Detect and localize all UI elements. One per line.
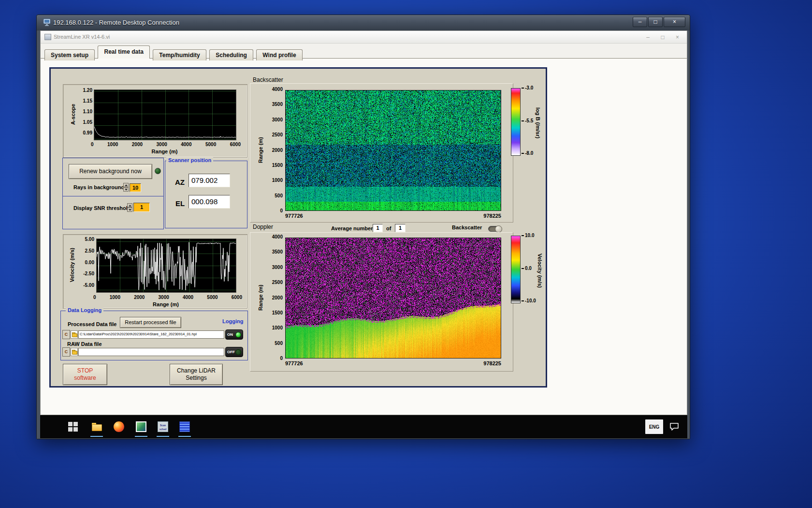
notification-chat-icon[interactable] <box>669 422 679 433</box>
tick-label: 1500 <box>272 163 283 168</box>
tick-label: 1.20 <box>83 88 92 93</box>
language-indicator[interactable]: ENG <box>645 419 663 434</box>
processed-drive-selector[interactable]: C <box>62 330 70 339</box>
backscatter-x-start: 977726 <box>285 213 303 219</box>
tick-label: 1000 <box>110 295 120 300</box>
tick-label: -2.50 <box>83 271 94 276</box>
app-title: StreamLine XR v14-6.vi <box>54 34 110 40</box>
start-icon[interactable] <box>68 421 79 432</box>
average-of-label: of <box>386 225 391 231</box>
tick-label: 2500 <box>272 280 283 285</box>
spin-up-icon[interactable] <box>123 183 129 187</box>
raw-data-file-label: RAW Data file <box>67 341 102 347</box>
scan-scheduler-icon[interactable]: Scan sched <box>158 421 168 432</box>
tick-label: 5000 <box>207 295 218 300</box>
doppler-colorbar <box>511 236 521 303</box>
doppler-title: Doppler <box>253 224 273 230</box>
doppler-canvas <box>285 238 501 359</box>
ascope-group: A-scope 1.201.151.101.050.99 01000200030… <box>63 84 247 158</box>
tick-label: 3000 <box>272 265 283 270</box>
backscatter-x-end: 978225 <box>483 213 501 219</box>
tick-label: 5000 <box>205 142 216 147</box>
renew-background-button[interactable]: Renew background now <box>69 164 152 179</box>
app-close-button[interactable]: × <box>676 34 679 41</box>
scan-icon-text2: sched <box>160 428 166 431</box>
restart-processed-file-label: Restart processed file <box>125 319 176 326</box>
minimize-button[interactable]: – <box>633 17 647 27</box>
backscatter-display-switch[interactable] <box>488 226 502 232</box>
document-app-icon[interactable] <box>179 421 190 432</box>
file-explorer-icon[interactable] <box>91 421 102 432</box>
rays-value-field[interactable]: 10 <box>130 183 141 192</box>
processed-toggle-state: ON <box>227 332 233 337</box>
tick-label: 6000 <box>230 142 241 147</box>
tick-label: 1000 <box>272 178 283 183</box>
remote-screen: StreamLine XR v14-6.vi – □ × System setu… <box>37 30 690 439</box>
doppler-y-ticks: 40003500300025002000150010005000 <box>266 234 283 361</box>
processed-browse-folder-icon[interactable] <box>71 330 78 339</box>
raw-browse-folder-icon[interactable] <box>71 348 78 356</box>
change-lidar-settings-button[interactable]: Change LiDAR Settings <box>170 364 223 385</box>
doppler-x-start: 977726 <box>285 360 303 366</box>
scan-icon-text1: Scan <box>160 424 166 427</box>
spin-down-icon[interactable] <box>123 187 129 192</box>
el-value-field[interactable]: 000.098 <box>188 195 230 209</box>
tab-temp-humidity[interactable]: Temp/humidity <box>153 49 206 60</box>
snr-spinner[interactable] <box>127 203 132 212</box>
raw-logging-toggle[interactable]: OFF <box>225 347 243 357</box>
backscatter-x-range: 977726 978225 <box>285 213 501 219</box>
renew-background-label: Renew background now <box>79 168 142 175</box>
scanner-position-box: Scanner position AZ 079.002 EL 000.098 <box>165 161 247 228</box>
processed-logging-toggle[interactable]: ON <box>225 329 243 340</box>
doppler-colorbar-label: Velocity (m/s) <box>537 236 543 306</box>
tab-wind-profile[interactable]: Wind profile <box>256 49 302 60</box>
az-value-field[interactable]: 079.002 <box>188 174 230 187</box>
tab-system-setup[interactable]: System setup <box>44 49 95 60</box>
tick-label: 0 <box>280 356 283 361</box>
processed-toggle-led <box>235 332 241 338</box>
snr-value-field[interactable]: 1 <box>133 203 150 212</box>
average-number-field[interactable]: 1 <box>373 224 383 232</box>
tick-label: -10.0 <box>522 298 536 303</box>
velocity-group: Velocity (m/s) 5.002.500.00-2.50-5.00 01… <box>63 234 247 309</box>
rdp-window-controls: – □ × <box>632 17 685 27</box>
backscatter-toggle-label: Backscatter <box>452 224 482 230</box>
logging-label: Logging <box>222 318 243 324</box>
restart-processed-file-button[interactable]: Restart processed file <box>120 317 181 328</box>
close-button[interactable]: × <box>664 17 685 27</box>
processed-data-file-label: Processed Data file <box>68 321 117 327</box>
rays-in-background-label: Rays in background <box>73 184 124 190</box>
ascope-x-ticks: 0100020003000400050006000 <box>91 142 241 147</box>
velocity-x-axis-label: Range (m) <box>96 301 235 307</box>
app-restore-button[interactable]: □ <box>661 34 664 41</box>
image-viewer-icon[interactable] <box>136 421 146 432</box>
spin-down-icon[interactable] <box>127 208 132 212</box>
firefox-icon[interactable] <box>114 421 124 432</box>
app-window-controls: – □ × <box>637 31 679 44</box>
tick-label: 0 <box>280 208 283 213</box>
active-app-underline <box>135 436 147 437</box>
backscatter-colorbar-label: log B (/m/sr) <box>535 88 541 158</box>
raw-drive-selector[interactable]: C <box>62 347 70 357</box>
change-settings-line2: Settings <box>186 374 206 382</box>
raw-path-field[interactable] <box>78 348 224 356</box>
app-minimize-button[interactable]: – <box>646 34 650 41</box>
average-of-field[interactable]: 1 <box>395 224 406 232</box>
velocity-x-ticks: 0100020003000400050006000 <box>93 295 242 300</box>
tick-label: 0.00 <box>85 260 94 265</box>
desktop: 192.168.0.122 - Remote Desktop Connectio… <box>0 0 812 508</box>
switch-knob[interactable] <box>495 225 502 233</box>
processed-path-field[interactable]: C:\Lidar\Data\Proc\2023\202309\20230914\… <box>78 330 224 339</box>
rays-spinner[interactable] <box>123 183 129 192</box>
tab-real-time-data[interactable]: Real time data <box>98 45 149 59</box>
spin-up-icon[interactable] <box>127 203 132 208</box>
maximize-button[interactable]: □ <box>648 17 663 27</box>
ascope-x-axis-label: Range (m) <box>94 149 235 154</box>
tab-bar: System setup Real time data Temp/humidit… <box>44 45 304 59</box>
tab-scheduling[interactable]: Scheduling <box>209 49 253 60</box>
snr-threshold-box: Display SNR threshold 1 <box>62 196 164 229</box>
stop-software-button[interactable]: STOP software <box>63 364 107 385</box>
active-app-underline <box>157 436 169 437</box>
velocity-y-ticks: 5.002.500.00-2.50-5.00 <box>77 237 94 288</box>
stop-line2: software <box>74 374 96 382</box>
